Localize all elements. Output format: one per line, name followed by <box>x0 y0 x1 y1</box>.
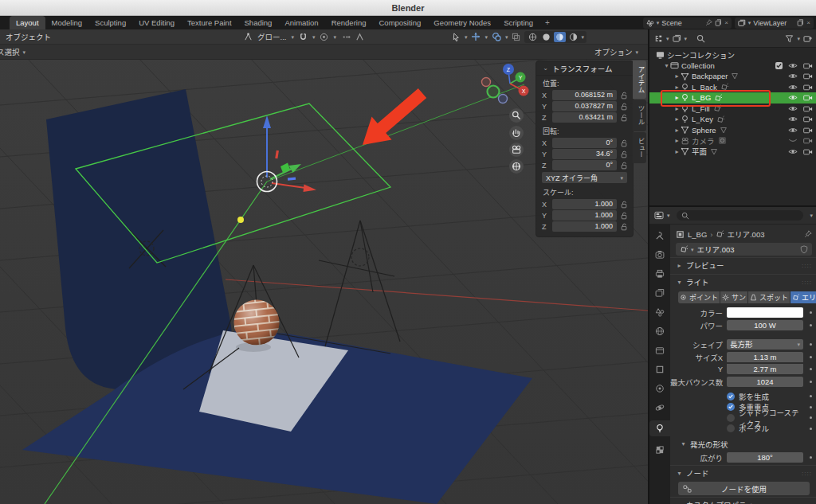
panel-custom-properties[interactable]: ▸ カスタムプロパティ <box>670 497 816 504</box>
expand-icon[interactable]: ▸ <box>673 115 681 123</box>
object-row-sphere[interactable]: ▸ Sphere <box>649 125 816 136</box>
object-row-plane[interactable]: ▸ 平面 <box>649 147 816 158</box>
camera-icon[interactable] <box>803 62 813 69</box>
lock-icon[interactable] <box>617 201 627 209</box>
unlink-scene-icon[interactable]: × <box>724 19 728 26</box>
expand-icon[interactable]: ▸ <box>673 72 681 80</box>
chevron-down-icon[interactable]: ▾ <box>797 36 800 41</box>
datablock-name[interactable]: エリア.003 <box>697 244 735 255</box>
color-swatch[interactable] <box>727 307 803 318</box>
mode-selector[interactable]: オブジェクト <box>0 31 51 42</box>
tab-rendering[interactable]: Rendering <box>325 16 373 29</box>
location-z-field[interactable]: 0.63421 m <box>552 112 617 123</box>
lock-icon[interactable] <box>617 150 627 158</box>
keyframe-dot-icon[interactable] <box>810 311 812 314</box>
zoom-button[interactable] <box>509 108 524 123</box>
snap-magnet-icon[interactable] <box>299 33 308 41</box>
tab-animation[interactable]: Animation <box>278 16 324 29</box>
scene-selector[interactable]: ▾ Scene × <box>643 18 732 29</box>
camera-icon[interactable] <box>803 137 813 144</box>
sidebar-tab-item[interactable]: アイテム <box>633 61 646 99</box>
eye-icon[interactable] <box>788 84 798 91</box>
panel-light[interactable]: ▾ ライト :::: <box>670 274 816 289</box>
tab-scene[interactable] <box>649 306 670 318</box>
keyframe-dot-icon[interactable] <box>810 368 812 370</box>
transform-panel-header[interactable]: ⌄ トランスフォーム <box>536 61 633 76</box>
camera-icon[interactable] <box>803 115 813 123</box>
nav-axis-z-neg[interactable] <box>499 95 508 104</box>
add-workspace-button[interactable]: + <box>539 16 555 29</box>
show-gizmo-toggle-icon[interactable] <box>471 32 481 41</box>
outliner-editor-icon[interactable] <box>654 34 663 43</box>
shadow-checkbox[interactable] <box>727 393 735 400</box>
shading-material-preview-button[interactable] <box>554 32 566 42</box>
object-row-l-bg-selected[interactable]: ▸ L_BG <box>649 92 816 104</box>
lock-icon[interactable] <box>617 103 627 111</box>
tab-constraints[interactable] <box>649 382 670 394</box>
tab-object-data-light[interactable] <box>649 420 670 436</box>
sidebar-tab-tool[interactable]: ツール <box>633 100 646 131</box>
tab-collection-properties[interactable] <box>649 344 670 356</box>
expand-icon[interactable]: ▸ <box>673 84 681 91</box>
tab-texture-paint[interactable]: Texture Paint <box>181 16 237 29</box>
chevron-down-icon[interactable]: ▾ <box>291 34 294 40</box>
expand-icon[interactable]: ▸ <box>673 127 681 134</box>
light-type-point[interactable]: ポイント <box>678 291 720 303</box>
tab-sculpting[interactable]: Sculpting <box>88 16 132 29</box>
tab-uv-editing[interactable]: UV Editing <box>132 16 181 29</box>
properties-editor-icon[interactable] <box>654 211 664 220</box>
size-x-field[interactable]: 1.13 m <box>727 352 803 362</box>
eye-icon[interactable] <box>788 127 798 134</box>
expand-icon[interactable]: ▸ <box>673 137 681 144</box>
tab-texture[interactable] <box>649 443 670 455</box>
tab-render[interactable] <box>649 248 670 260</box>
keyframe-dot-icon[interactable] <box>810 381 812 383</box>
tab-shading[interactable]: Shading <box>238 16 279 29</box>
tab-geometry-nodes[interactable]: Geometry Nodes <box>427 16 497 29</box>
tab-compositing[interactable]: Compositing <box>373 16 428 29</box>
tab-scripting[interactable]: Scripting <box>497 16 539 29</box>
scale-y-field[interactable]: 1.000 <box>552 210 617 221</box>
xray-toggle-icon[interactable] <box>512 33 520 41</box>
new-scene-icon[interactable] <box>715 19 722 26</box>
viewlayer-selector[interactable]: ▾ ViewLayer × <box>735 18 814 29</box>
tab-object[interactable] <box>649 363 670 375</box>
eye-icon[interactable] <box>788 105 798 112</box>
tab-modeling[interactable]: Modeling <box>45 16 89 29</box>
shape-dropdown[interactable]: 長方形▾ <box>727 339 803 350</box>
max-bounces-field[interactable]: 1024 <box>727 377 803 387</box>
display-mode-icon[interactable] <box>673 34 681 43</box>
keyframe-dot-icon[interactable] <box>810 343 812 346</box>
light-type-sun[interactable]: サン <box>720 291 747 303</box>
chevron-down-icon[interactable]: ▾ <box>666 36 669 41</box>
camera-icon[interactable] <box>803 148 813 155</box>
pin-icon[interactable] <box>705 19 712 26</box>
expand-icon[interactable]: ▸ <box>673 105 681 112</box>
collection-row[interactable]: ▾ Collection <box>649 61 816 72</box>
use-nodes-button[interactable]: ノードを使用 <box>678 482 810 495</box>
active-tool-selector[interactable]: ス選択 ▾ <box>0 46 26 57</box>
size-y-field[interactable]: 2.77 m <box>727 364 803 374</box>
lock-icon[interactable] <box>617 223 627 231</box>
remove-viewlayer-icon[interactable]: × <box>806 19 810 26</box>
new-viewlayer-icon[interactable] <box>797 19 804 26</box>
object-row-camera[interactable]: ▸ カメラ <box>649 135 816 147</box>
show-overlays-toggle-icon[interactable] <box>492 32 501 41</box>
breadcrumb-object[interactable]: L_BG <box>688 230 707 239</box>
chevron-down-icon[interactable]: ▾ <box>484 34 488 40</box>
scale-x-field[interactable]: 1.000 <box>552 199 617 209</box>
spread-field[interactable]: 180° <box>727 452 803 463</box>
rotation-x-field[interactable]: 0° <box>552 138 617 148</box>
proportional-editing-icon[interactable] <box>320 33 328 41</box>
tab-world[interactable] <box>649 325 670 337</box>
rotation-mode-dropdown[interactable]: XYZ オイラー角 ▾ <box>542 172 627 183</box>
lock-icon[interactable] <box>617 212 627 220</box>
tab-view-layer[interactable] <box>649 287 670 299</box>
brick-sphere[interactable] <box>234 300 280 346</box>
camera-icon[interactable] <box>803 105 813 112</box>
tab-physics[interactable] <box>649 401 670 413</box>
object-row-l-back[interactable]: ▸ L_Back <box>649 82 816 93</box>
pin-icon[interactable] <box>804 230 812 238</box>
eye-icon[interactable] <box>788 72 798 80</box>
camera-icon[interactable] <box>803 72 813 80</box>
